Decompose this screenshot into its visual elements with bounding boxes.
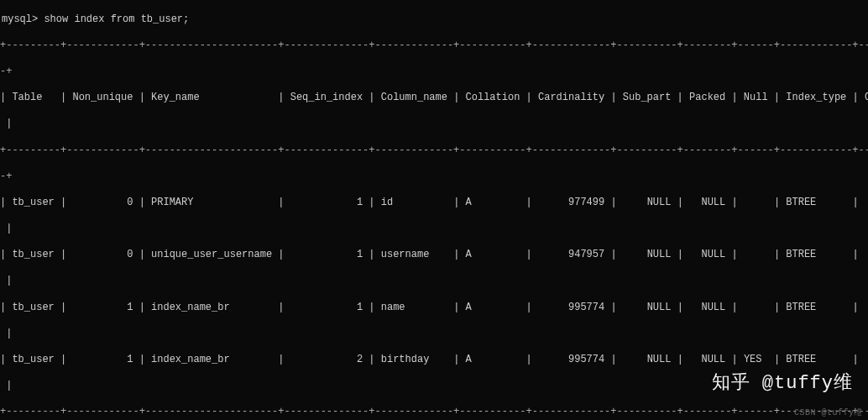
cell: 947957 — [568, 249, 604, 260]
cell: username — [381, 249, 430, 260]
cell: id — [381, 197, 393, 208]
table-border: -+ — [0, 66, 868, 79]
table-row-cont: | — [0, 275, 868, 288]
cell: tb_user — [12, 197, 54, 208]
col-seq: Seq_in_index — [290, 92, 363, 103]
table-row-cont: | — [0, 223, 868, 236]
header-row-cont: | — [0, 118, 868, 131]
cell: unique_user_username — [151, 249, 272, 260]
cell: NULL — [701, 302, 725, 313]
table-row: | tb_user | 1 | index_name_br | 2 | birt… — [0, 354, 868, 367]
cell: NULL — [701, 354, 725, 365]
cell: NULL — [647, 354, 672, 365]
cell: birthday — [381, 354, 430, 365]
watermark-zhihu: 知乎 @tuffy维 — [712, 372, 853, 396]
terminal-output: mysql> show index from tb_user; +-------… — [0, 0, 868, 420]
command-text: show index from tb_user; — [44, 13, 189, 25]
cell: A — [466, 197, 472, 208]
cell: A — [466, 354, 472, 365]
cell: 995774 — [568, 302, 604, 313]
cell: A — [466, 302, 472, 313]
col-packed: Packed — [689, 92, 725, 103]
cell: NULL — [647, 197, 672, 208]
cell: tb_user — [12, 249, 54, 260]
cell: 1 — [127, 354, 133, 365]
cell: NULL — [701, 197, 725, 208]
cell: A — [466, 249, 472, 260]
table-border: -+ — [0, 171, 868, 184]
table-border: +---------+------------+----------------… — [0, 406, 868, 419]
cell: tb_user — [12, 302, 54, 313]
table-border: +---------+------------+----------------… — [0, 144, 868, 158]
cell: BTREE — [786, 354, 816, 365]
cell: YES — [744, 354, 762, 365]
mysql-prompt: mysql> — [2, 13, 38, 25]
col-colname: Column_name — [381, 92, 447, 103]
cell: 995774 — [568, 354, 604, 365]
cell: 0 — [127, 197, 133, 208]
cell: 1 — [357, 249, 363, 260]
header-row: | Table | Non_unique | Key_name | Seq_in… — [0, 92, 868, 105]
cell: name — [381, 302, 405, 313]
col-sub: Sub_part — [623, 92, 672, 103]
cell: index_name_br — [151, 302, 230, 313]
prompt-line[interactable]: mysql> show index from tb_user; — [0, 13, 868, 27]
col-collation: Collation — [466, 92, 520, 103]
table-row: | tb_user | 0 | PRIMARY | 1 | id | A | 9… — [0, 197, 868, 210]
col-card: Cardinality — [538, 92, 604, 103]
col-keyname: Key_name — [151, 92, 200, 103]
watermark-csdn: CSDN @tuffy维 — [794, 407, 863, 418]
table-row: | tb_user | 0 | unique_user_username | 1… — [0, 249, 868, 262]
cell: NULL — [701, 249, 725, 260]
cell: BTREE — [786, 197, 816, 208]
cell: 2 — [357, 354, 363, 365]
cell: tb_user — [12, 354, 54, 365]
cell: 977499 — [568, 197, 604, 208]
col-nonunique: Non_unique — [72, 92, 133, 103]
cell: BTREE — [786, 249, 816, 260]
cell: 1 — [357, 302, 363, 313]
cell: 0 — [127, 249, 133, 260]
col-comment: Comment — [865, 92, 868, 103]
cell: 1 — [127, 302, 133, 313]
cell: NULL — [647, 302, 672, 313]
col-itype: Index_type — [786, 92, 846, 103]
table-row-cont: | — [0, 328, 868, 341]
cell: PRIMARY — [151, 197, 193, 208]
cell: 1 — [357, 197, 363, 208]
cell: NULL — [647, 249, 672, 260]
cell: index_name_br — [151, 354, 230, 365]
cell: BTREE — [786, 302, 816, 313]
col-table: Table — [12, 92, 42, 103]
col-null: Null — [744, 92, 768, 103]
table-row: | tb_user | 1 | index_name_br | 1 | name… — [0, 302, 868, 315]
table-border: +---------+------------+----------------… — [0, 39, 868, 53]
